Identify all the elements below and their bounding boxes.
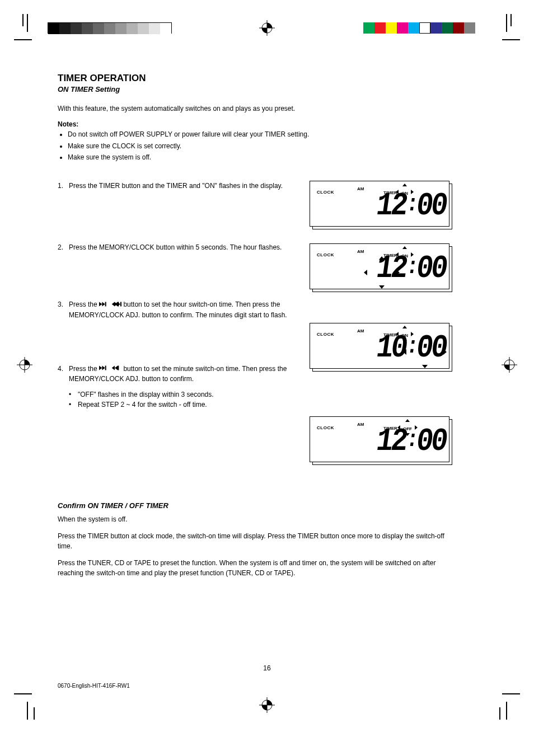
crop-mark xyxy=(502,39,520,40)
swatch xyxy=(104,23,115,34)
step-number: 4. xyxy=(58,364,65,384)
step-text: Press the MEMORY/CLOCK button within 5 s… xyxy=(69,242,302,252)
confirm-text: Press the TIMER button at clock mode, th… xyxy=(58,531,461,551)
confirm-heading: Confirm ON TIMER / OFF TIMER xyxy=(58,501,461,510)
lcd-clock-label: CLOCK xyxy=(317,190,334,195)
swatch xyxy=(82,23,93,34)
swatch xyxy=(363,22,374,34)
registration-target-icon xyxy=(259,697,275,713)
lcd-clock-label: CLOCK xyxy=(317,425,334,430)
swatch xyxy=(386,22,397,34)
substep-text: "OFF" flashes in the display within 3 se… xyxy=(78,389,302,400)
crop-mark xyxy=(22,14,24,26)
step-text: Press the button to set the hour switch-… xyxy=(69,299,302,320)
crop-mark xyxy=(34,707,35,720)
swatch xyxy=(453,22,464,34)
intro-text: With this feature, the system automatica… xyxy=(58,104,461,114)
notes-list: Do not switch off POWER SUPPLY or power … xyxy=(58,129,461,163)
lcd-am-label: AM xyxy=(357,186,364,191)
registration-target-icon xyxy=(17,357,32,373)
note-item: Make sure the system is off. xyxy=(68,152,461,163)
lcd-am-label: AM xyxy=(357,249,364,254)
lcd-display: CLOCK AM TIMER OFF 12:00 xyxy=(310,416,449,462)
page-number: 16 xyxy=(263,664,270,672)
lcd-time: 12:00 xyxy=(374,187,448,224)
step-number: 3. xyxy=(58,299,65,320)
swatch xyxy=(442,22,453,34)
crop-mark xyxy=(499,707,500,720)
page-title: TIMER OPERATION xyxy=(58,73,461,84)
swatch xyxy=(115,23,127,34)
crop-mark xyxy=(502,693,520,694)
swatch xyxy=(149,23,160,34)
lcd-clock-label: CLOCK xyxy=(317,252,334,257)
step-text: Press the TIMER button and the TIMER and… xyxy=(69,181,302,191)
footer-doc-id: 0670-English-HIT-416F-RW1 xyxy=(58,683,130,689)
registration-target-icon xyxy=(502,357,517,373)
swatch xyxy=(160,23,171,34)
crop-mark xyxy=(510,14,512,26)
crop-mark xyxy=(27,702,28,720)
skip-buttons-icon xyxy=(99,364,121,374)
notes-label: Notes: xyxy=(58,120,461,128)
swatch xyxy=(127,23,138,34)
registration-target-icon xyxy=(259,20,275,36)
crop-mark xyxy=(506,14,507,32)
substep-text: Repeat STEP 2 ~ 4 for the switch - off t… xyxy=(78,400,302,410)
swatch xyxy=(397,22,408,34)
step-number: 2. xyxy=(58,242,65,252)
swatch xyxy=(430,22,442,34)
crop-mark xyxy=(14,693,32,694)
bullet: • xyxy=(69,400,74,410)
section-subtitle: ON TIMER Setting xyxy=(58,85,461,93)
skip-buttons-icon xyxy=(99,300,121,310)
lcd-time: 12:00 xyxy=(374,422,448,459)
lcd-clock-label: CLOCK xyxy=(317,332,334,337)
swatch xyxy=(374,22,386,34)
swatch xyxy=(48,23,59,34)
crop-mark xyxy=(14,39,32,40)
page-content: TIMER OPERATION ON TIMER Setting With th… xyxy=(58,73,461,585)
note-item: Do not switch off POWER SUPPLY or power … xyxy=(68,129,461,140)
swatch xyxy=(464,22,475,34)
swatch xyxy=(93,23,104,34)
swatch xyxy=(71,23,82,34)
lcd-display: CLOCK AM TIMER ON 12:00 xyxy=(310,243,449,289)
note-item: Make sure the CLOCK is set correctly. xyxy=(68,141,461,152)
lcd-am-label: AM xyxy=(357,422,364,427)
confirm-text: When the system is off. xyxy=(58,514,461,524)
swatch xyxy=(138,23,149,34)
lcd-am-label: AM xyxy=(357,328,364,334)
swatch xyxy=(408,22,419,34)
confirm-text: Press the TUNER, CD or TAPE to preset th… xyxy=(58,558,461,578)
bullet: • xyxy=(69,389,74,400)
step-number: 1. xyxy=(58,181,65,191)
step-text: Press the button to set the minute switc… xyxy=(69,364,302,384)
crop-mark xyxy=(506,702,507,720)
swatch xyxy=(419,22,430,34)
crop-mark xyxy=(27,14,28,32)
lcd-display: CLOCK AM TIMER ON 10:00 xyxy=(310,323,449,369)
swatch xyxy=(59,23,71,34)
calibration-color-bar xyxy=(363,22,475,34)
calibration-grayscale-bar xyxy=(48,22,172,34)
lcd-display: CLOCK AM TIMER ON 12:00 xyxy=(310,181,449,227)
